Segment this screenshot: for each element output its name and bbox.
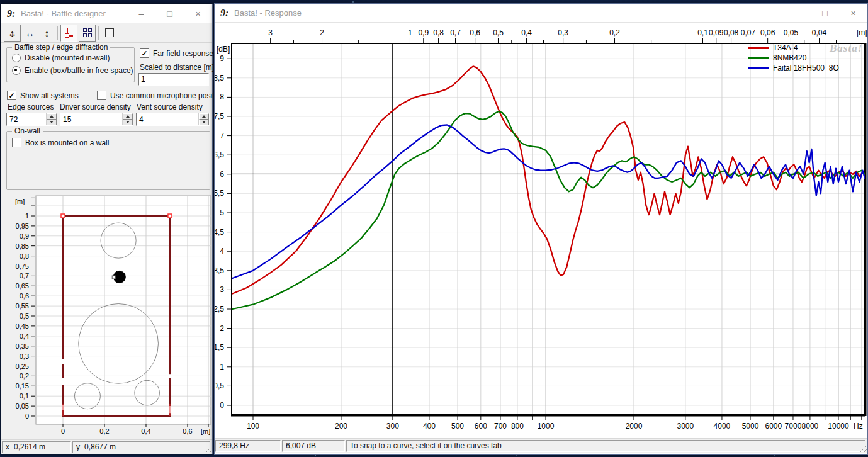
- edge-gap: [62, 359, 64, 364]
- top-tick-label: 2: [320, 28, 324, 37]
- response-chart-area[interactable]: [dB]98,587,576,565,554,543,532,521,510,5…: [215, 23, 867, 438]
- desktop-speckle: [352, 1, 354, 3]
- radio-enable-freespace[interactable]: [12, 66, 21, 75]
- y-tick-label: 1: [25, 212, 29, 220]
- x-tick-label: 1000: [538, 422, 555, 431]
- vent-density-label: Vent source density: [137, 103, 203, 111]
- corner-handle[interactable]: [61, 214, 65, 218]
- top-tick-label: 0,09: [709, 28, 724, 37]
- top-tick-label: 0,1: [697, 28, 708, 37]
- driver-density-spinner[interactable]: 15: [60, 113, 133, 126]
- y-tick-label: 0,1: [20, 392, 29, 400]
- x-tick-label: 300: [386, 422, 399, 431]
- y-axis-unit: [dB]: [217, 45, 230, 54]
- spin-down-icon[interactable]: [47, 120, 57, 126]
- legend-label: T34A-4: [773, 43, 798, 52]
- baffle-view-panel[interactable]: [m]10,950,90,850,80,750,70,650,60,550,50…: [1, 195, 212, 439]
- grid-icon: [83, 28, 92, 37]
- baffle-designer-titlebar[interactable]: 9: Basta! - Baffle designer – □ ×: [1, 4, 212, 23]
- curve-8NMB420[interactable]: [232, 111, 865, 309]
- edge-diffraction-button[interactable]: [60, 25, 77, 42]
- x-tick-label: 8000: [802, 422, 819, 431]
- baffle-drawing[interactable]: [m]10,950,90,850,80,750,70,650,60,550,50…: [1, 195, 211, 439]
- move-icon: ↔↕: [7, 27, 18, 38]
- maximize-button[interactable]: □: [811, 4, 839, 22]
- grid-view-button[interactable]: [79, 25, 96, 42]
- minimize-button[interactable]: –: [127, 4, 155, 23]
- response-chart[interactable]: [dB]98,587,576,565,554,543,532,521,510,5…: [215, 23, 867, 438]
- y-tick-label: 0,95: [16, 222, 29, 230]
- spin-up-icon[interactable]: [123, 113, 133, 120]
- spin-down-icon[interactable]: [199, 120, 209, 126]
- spin-up-icon[interactable]: [199, 113, 209, 120]
- far-field-checkbox[interactable]: ✓: [140, 48, 149, 58]
- x-tick-label: 400: [423, 422, 436, 431]
- close-button[interactable]: ×: [184, 4, 212, 23]
- response-statusbar: 299,8 Hz 6,007 dB To snap to a curve, se…: [215, 438, 867, 453]
- maximize-button[interactable]: □: [155, 4, 184, 23]
- top-tick-label: 0,3: [558, 28, 568, 37]
- response-titlebar[interactable]: 9: Basta! - Response – □ ×: [215, 4, 867, 23]
- corner-handle[interactable]: [168, 214, 172, 218]
- common-mic-label: Use common microphone position: [110, 91, 224, 100]
- show-all-systems-checkbox[interactable]: ✓: [7, 91, 16, 100]
- x-tick-label: 600: [475, 422, 487, 431]
- vertical-arrow-icon: ↕: [45, 28, 50, 38]
- edge-sources-spinner[interactable]: 72: [6, 113, 57, 126]
- vertical-resize-button[interactable]: ↕: [39, 25, 55, 41]
- legend-label: 8NMB420: [773, 54, 806, 62]
- y-tick-label: 0,15: [16, 382, 29, 390]
- top-tick-label: 0,7: [450, 28, 461, 37]
- spin-down-icon[interactable]: [123, 120, 133, 126]
- y-tick-label: 1,5: [215, 343, 224, 352]
- on-wall-checkbox[interactable]: [12, 138, 21, 147]
- y-tick-label: 4,5: [215, 228, 224, 237]
- top-tick-label: 0,6: [470, 28, 480, 37]
- x-tick-label: 5000: [742, 422, 759, 431]
- driver-handle: [112, 276, 115, 279]
- toolbar-separator: [98, 26, 99, 40]
- legend-line-green: [748, 57, 769, 59]
- y-tick-label: 3,5: [215, 266, 224, 275]
- top-tick-label: 0,2: [609, 28, 620, 37]
- top-tick-label: 0,06: [760, 28, 775, 37]
- y-tick-label: 0,9: [20, 232, 29, 240]
- baffle-statusbar: x=0,2614 m y=0,8677 m: [1, 439, 212, 454]
- plot-frame: [232, 43, 864, 414]
- y-tick-label: 0,5: [20, 312, 29, 320]
- y-tick-label: 0,7: [20, 272, 29, 279]
- minimize-button[interactable]: –: [782, 4, 811, 22]
- legend-item: 8NMB420: [748, 53, 839, 63]
- legend-label: Faital 18FH500_8O: [773, 64, 839, 72]
- y-tick-label: 0,4: [20, 332, 29, 340]
- spin-up-icon[interactable]: [47, 113, 57, 120]
- y-tick-label: 1: [220, 363, 224, 371]
- top-tick-label: 0,8: [433, 28, 444, 37]
- x-tick-label: 0: [61, 427, 65, 435]
- x-tick-label: 0,4: [141, 427, 150, 435]
- curve-Faital 18FH500_8O[interactable]: [232, 125, 865, 279]
- common-mic-checkbox[interactable]: [97, 91, 106, 100]
- y-tick-label: 7,5: [215, 112, 224, 121]
- y-tick-label: 0,85: [16, 242, 29, 250]
- y-tick-label: 2,5: [215, 305, 224, 313]
- close-button[interactable]: ×: [839, 4, 867, 22]
- scaled-distance-label: Scaled to distance [m]: [140, 63, 214, 72]
- horizontal-resize-button[interactable]: ↔: [22, 25, 38, 41]
- x-tick-label: 10000: [828, 422, 849, 431]
- y-tick-label: 2: [220, 324, 224, 333]
- move-tool-button[interactable]: ↔↕: [4, 25, 21, 42]
- on-wall-group: On-wall Box is mounted on a wall: [6, 131, 210, 190]
- scaled-distance-input[interactable]: [138, 73, 209, 86]
- chart-legend: T34A-4 8NMB420 Faital 18FH500_8O: [748, 43, 839, 73]
- radio-disable-inwall[interactable]: [12, 54, 21, 62]
- y-tick-label: 0,65: [16, 282, 29, 290]
- box-outline-button[interactable]: [101, 25, 117, 41]
- y-tick-label: 7: [220, 132, 224, 140]
- on-wall-label: Box is mounted on a wall: [25, 138, 109, 147]
- vent-density-value: 4: [137, 113, 198, 125]
- radio-label: Enable (box/baffle in free space): [25, 66, 133, 75]
- vent-density-spinner[interactable]: 4: [136, 113, 210, 126]
- basta-watermark: Basta!: [830, 42, 862, 55]
- curve-T34A-4[interactable]: [232, 66, 865, 293]
